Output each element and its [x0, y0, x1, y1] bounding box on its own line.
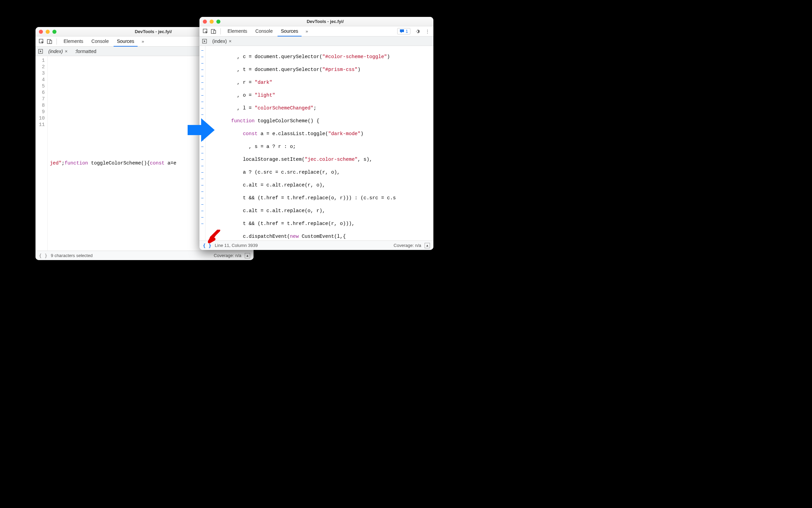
cursor-position: Line 11, Column 3939 [215, 243, 258, 248]
tab-elements[interactable]: Elements [60, 36, 87, 47]
titlebar: DevTools - jec.fyi/ [199, 17, 433, 26]
close-window-button[interactable] [203, 20, 207, 24]
show-panel-button[interactable]: ▲ [245, 253, 250, 258]
separator [220, 28, 221, 34]
file-tab-index[interactable]: (index)× [210, 37, 234, 45]
tab-elements[interactable]: Elements [224, 26, 250, 36]
traffic-lights [39, 30, 56, 34]
tab-console[interactable]: Console [252, 26, 276, 36]
show-panel-button[interactable]: ▲ [425, 243, 430, 248]
window-title: DevTools - jec.fyi/ [220, 19, 430, 24]
nav-icon[interactable] [38, 49, 44, 54]
file-tab-formatted[interactable]: :formatted [72, 47, 99, 55]
minimize-window-button[interactable] [210, 20, 214, 24]
device-toolbar-icon[interactable] [46, 38, 53, 45]
close-window-button[interactable] [39, 30, 43, 34]
file-tabs: (index)× [199, 36, 433, 46]
coverage-status: Coverage: n/a [393, 243, 421, 248]
tab-sources[interactable]: Sources [278, 26, 302, 36]
coverage-status: Coverage: n/a [214, 253, 241, 258]
traffic-lights [203, 20, 220, 24]
issues-button[interactable]: 1 [397, 28, 410, 34]
issues-count: 1 [406, 29, 408, 34]
maximize-window-button[interactable] [52, 30, 56, 34]
tab-sources[interactable]: Sources [114, 36, 138, 47]
maximize-window-button[interactable] [216, 20, 220, 24]
chat-icon [400, 29, 404, 34]
settings-icon[interactable] [414, 28, 421, 35]
svg-rect-2 [50, 41, 52, 44]
kebab-menu-icon[interactable]: ⋮ [424, 28, 431, 35]
inspect-element-icon[interactable] [38, 38, 45, 45]
pretty-print-button[interactable]: { } [39, 253, 47, 258]
file-tab-index[interactable]: (index)× [46, 47, 70, 55]
tab-console[interactable]: Console [88, 36, 112, 47]
code-editor[interactable]: ––––– ––––– ––––– ––––– ––––– ––– , c = … [199, 46, 433, 240]
main-toolbar: Elements Console Sources » 1 ⋮ [199, 26, 433, 36]
minimize-window-button[interactable] [46, 30, 50, 34]
svg-rect-6 [214, 30, 216, 33]
separator [56, 39, 57, 45]
device-toolbar-icon[interactable] [210, 28, 217, 35]
nav-icon[interactable] [201, 39, 208, 44]
fold-gutter: ––––– ––––– ––––– ––––– ––––– ––– [199, 46, 206, 240]
file-tab-label: (index) [212, 39, 227, 44]
close-tab-icon[interactable]: × [65, 49, 68, 54]
file-tab-label: :formatted [75, 49, 96, 54]
line-number-gutter: 1 2 3 4 5 6 7 8 9 10 11 [35, 56, 48, 251]
editor-footer: { } 9 characters selected Coverage: n/a … [35, 251, 254, 260]
selection-status: 9 characters selected [51, 253, 93, 258]
editor-footer: { } Line 11, Column 3939 Coverage: n/a ▲ [199, 240, 433, 250]
code-area[interactable]: , c = document.querySelector("#color-sch… [206, 46, 433, 240]
more-tabs-button[interactable]: » [303, 27, 311, 36]
devtools-window-right: DevTools - jec.fyi/ Elements Console Sou… [199, 17, 433, 250]
more-tabs-button[interactable]: » [139, 37, 147, 46]
pretty-print-button[interactable]: { } [203, 243, 211, 248]
file-tab-label: (index) [48, 49, 63, 54]
inspect-element-icon[interactable] [202, 28, 209, 35]
close-tab-icon[interactable]: × [229, 39, 232, 44]
